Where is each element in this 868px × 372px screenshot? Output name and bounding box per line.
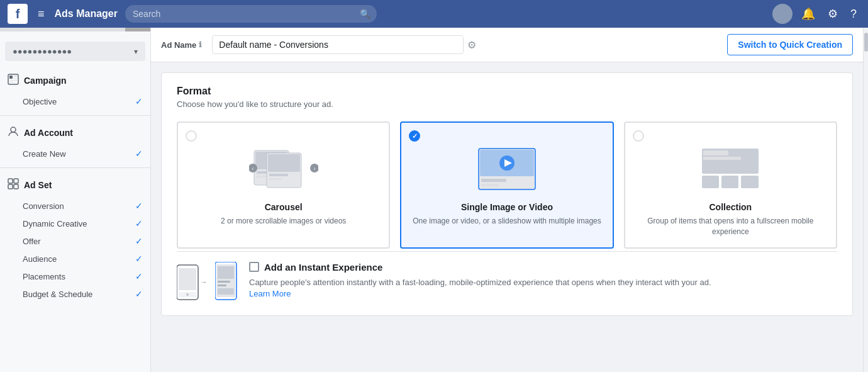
svg-rect-36	[179, 268, 196, 290]
svg-rect-31	[703, 157, 741, 160]
single-preview	[472, 145, 542, 194]
sidebar-item-conversion[interactable]: Conversion ✓	[0, 197, 150, 215]
facebook-logo: f	[8, 4, 28, 24]
chevron-down-icon: ▾	[134, 47, 138, 56]
ad-set-icon	[8, 178, 19, 192]
sidebar-section-campaign: Campaign Objective ✓	[0, 69, 150, 110]
ad-name-input[interactable]	[212, 35, 464, 54]
collection-preview	[696, 145, 765, 194]
ad-name-settings-icon[interactable]: ⚙	[467, 39, 476, 51]
check-icon: ✓	[135, 236, 143, 246]
ad-name-input-wrap: ⚙	[212, 35, 717, 54]
svg-rect-7	[8, 179, 13, 183]
divider	[0, 115, 150, 116]
sidebar-item-create-new[interactable]: Create New ✓	[0, 145, 150, 162]
svg-rect-1	[9, 76, 13, 79]
ad-name-bar: Ad Name ℹ ⚙ Switch to Quick Creation	[151, 28, 863, 62]
format-option-carousel[interactable]: ‹ › Carousel 2 or more scrollable images…	[177, 121, 390, 249]
svg-rect-4	[9, 80, 17, 81]
hamburger-menu[interactable]: ≡	[35, 5, 47, 23]
ad-account-label: Ad Account	[24, 128, 73, 138]
format-subtitle: Choose how you'd like to structure your …	[177, 99, 837, 109]
instant-experience-learn-more-link[interactable]: Learn More	[249, 289, 291, 298]
sidebar-item-objective[interactable]: Objective ✓	[0, 93, 150, 110]
account-selector-text: ●●●●●●●●●●●●	[13, 47, 134, 56]
campaign-label: Campaign	[24, 76, 67, 86]
sidebar-item-budget-schedule[interactable]: Budget & Schedule ✓	[0, 285, 150, 303]
svg-rect-3	[14, 78, 17, 79]
help-icon[interactable]: ?	[847, 5, 860, 23]
svg-rect-27	[481, 179, 506, 182]
notifications-icon[interactable]: 🔔	[798, 4, 819, 23]
main-content: Ad Name ℹ ⚙ Switch to Quick Creation For…	[151, 28, 863, 372]
check-icon: ✓	[135, 96, 143, 106]
single-name: Single Image or Video	[461, 202, 553, 212]
svg-text:›: ›	[313, 166, 315, 172]
divider	[0, 167, 150, 168]
sidebar-ad-set-header: Ad Set	[0, 173, 150, 197]
svg-rect-5	[9, 82, 14, 82]
app-layout: ●●●●●●●●●●●● ▾	[0, 28, 868, 372]
check-icon: ✓	[135, 254, 143, 264]
format-option-single[interactable]: Single Image or Video One image or video…	[400, 121, 613, 249]
instant-experience-title: Add an Instant Experience	[264, 262, 382, 273]
app-title: Ads Manager	[55, 8, 118, 20]
sidebar-item-placements[interactable]: Placements ✓	[0, 268, 150, 285]
avatar[interactable]	[772, 4, 793, 24]
nav-icons: 🔔 ⚙ ?	[772, 4, 860, 24]
carousel-desc: 2 or more scrollable images or videos	[221, 216, 346, 227]
svg-rect-10	[14, 184, 18, 189]
svg-rect-28	[481, 184, 499, 186]
switch-to-quick-creation-button[interactable]: Switch to Quick Creation	[727, 34, 853, 55]
svg-rect-45	[218, 288, 234, 295]
account-selector[interactable]: ●●●●●●●●●●●● ▾	[5, 42, 145, 61]
collection-desc: Group of items that opens into a fullscr…	[635, 216, 826, 237]
format-option-collection[interactable]: Collection Group of items that opens int…	[624, 121, 837, 249]
svg-rect-44	[218, 285, 226, 286]
svg-rect-17	[269, 174, 288, 176]
check-icon: ✓	[135, 271, 143, 281]
svg-rect-32	[702, 176, 719, 188]
content-area: Format Choose how you'd like to structur…	[151, 62, 863, 334]
search-container: 🔍	[125, 5, 377, 23]
svg-rect-30	[703, 150, 728, 155]
instant-experience-section: →	[177, 251, 837, 303]
instant-experience-desc: Capture people's attention instantly wit…	[249, 276, 837, 289]
settings-icon[interactable]: ⚙	[824, 4, 842, 23]
sidebar-item-audience[interactable]: Audience ✓	[0, 250, 150, 268]
top-navigation: f ≡ Ads Manager 🔍 🔔 ⚙ ?	[0, 0, 868, 28]
search-icon: 🔍	[360, 9, 370, 19]
svg-rect-43	[218, 281, 230, 283]
ad-name-label: Ad Name ℹ	[161, 40, 202, 50]
svg-rect-34	[741, 176, 759, 188]
sidebar-campaign-header: Campaign	[0, 69, 150, 93]
carousel-name: Carousel	[265, 202, 303, 212]
svg-rect-9	[8, 184, 13, 189]
svg-text:‹: ‹	[252, 166, 253, 172]
single-radio	[409, 130, 420, 142]
svg-point-38	[186, 293, 189, 296]
check-icon: ✓	[135, 149, 143, 159]
sidebar: ●●●●●●●●●●●● ▾	[0, 28, 151, 372]
sidebar-item-offer[interactable]: Offer ✓	[0, 232, 150, 250]
svg-rect-2	[14, 76, 17, 77]
format-card: Format Choose how you'd like to structur…	[161, 72, 853, 316]
instant-experience-content: Add an Instant Experience Capture people…	[249, 262, 837, 299]
format-options: ‹ › Carousel 2 or more scrollable images…	[177, 121, 837, 249]
sidebar-section-ad-account: Ad Account Create New ✓	[0, 121, 150, 162]
svg-rect-18	[269, 178, 282, 180]
collection-radio	[633, 130, 644, 142]
check-icon: ✓	[135, 201, 143, 211]
svg-rect-8	[14, 179, 18, 183]
instant-exp-checkbox-row: Add an Instant Experience	[249, 262, 837, 273]
single-desc: One image or video, or a slideshow with …	[413, 216, 601, 227]
instant-experience-checkbox[interactable]	[249, 262, 259, 272]
carousel-preview: ‹ ›	[249, 145, 318, 194]
search-input[interactable]	[125, 5, 377, 23]
svg-point-6	[11, 127, 16, 132]
right-scrollbar[interactable]	[863, 28, 868, 372]
sidebar-item-dynamic-creative[interactable]: Dynamic Creative ✓	[0, 215, 150, 232]
svg-rect-16	[268, 154, 300, 172]
ad-name-info-icon: ℹ	[199, 40, 202, 49]
format-title: Format	[177, 86, 837, 97]
